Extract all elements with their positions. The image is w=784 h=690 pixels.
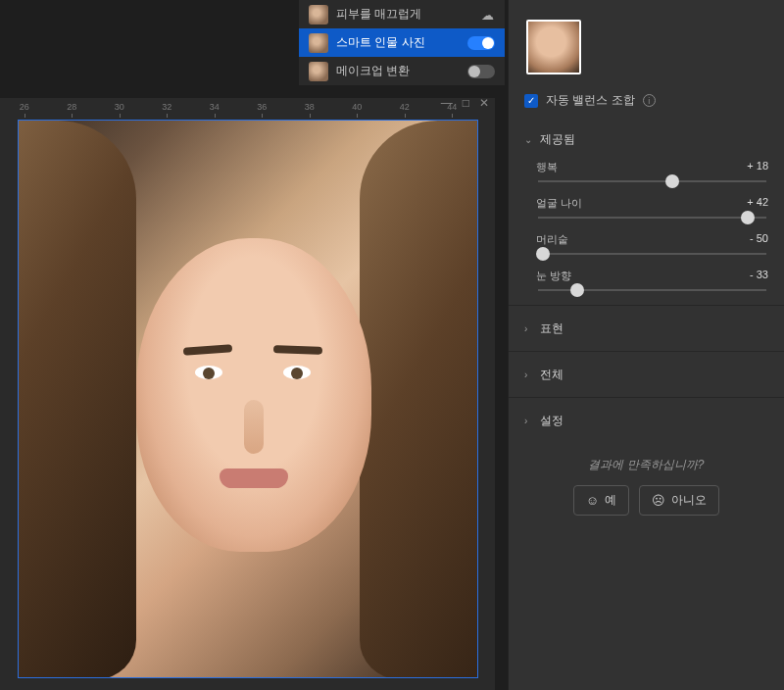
slider-value: - 50 bbox=[750, 232, 768, 247]
frown-icon: ☹ bbox=[652, 493, 665, 508]
divider bbox=[509, 305, 784, 306]
slider-thumb[interactable] bbox=[570, 283, 584, 297]
section-provided[interactable]: ⌄ 제공됨 bbox=[524, 124, 768, 154]
ruler-tick: 44 bbox=[447, 102, 457, 112]
section-expression[interactable]: › 표현 bbox=[524, 314, 768, 343]
section-label: 전체 bbox=[540, 367, 564, 383]
slider-thumb[interactable] bbox=[665, 174, 679, 188]
filter-thumb-icon bbox=[309, 5, 328, 25]
slider-track[interactable] bbox=[538, 217, 766, 219]
slider-label: 얼굴 나이 bbox=[536, 196, 582, 211]
divider bbox=[509, 351, 784, 352]
filter-row-skin[interactable]: 피부를 매끄럽게 bbox=[299, 0, 505, 28]
slider-thumb[interactable] bbox=[536, 247, 550, 261]
chevron-right-icon: › bbox=[524, 370, 534, 380]
filter-label: 피부를 매끄럽게 bbox=[336, 6, 473, 23]
section-global[interactable]: › 전체 bbox=[524, 360, 768, 389]
portrait-illustration bbox=[360, 121, 478, 678]
ruler-tick: 30 bbox=[115, 102, 124, 112]
section-settings[interactable]: › 설정 bbox=[524, 406, 768, 435]
image-canvas[interactable] bbox=[18, 120, 478, 678]
portrait-face bbox=[136, 238, 371, 552]
auto-balance-label: 자동 밸런스 조합 bbox=[546, 92, 635, 109]
feedback-no-button[interactable]: ☹ 아니오 bbox=[639, 485, 719, 516]
ruler-tick: 26 bbox=[20, 102, 29, 112]
slider-thumb[interactable] bbox=[741, 211, 755, 224]
filter-thumb-icon bbox=[309, 33, 328, 53]
smile-icon: ☺ bbox=[586, 493, 599, 508]
filter-toggle[interactable] bbox=[467, 65, 495, 78]
filter-thumb-icon bbox=[309, 62, 328, 81]
filter-toggle[interactable] bbox=[467, 36, 495, 50]
info-icon[interactable]: i bbox=[643, 94, 656, 107]
feedback-block: 결과에 만족하십니까? ☺ 예 ☹ 아니오 bbox=[524, 457, 768, 516]
section-label: 설정 bbox=[540, 413, 564, 429]
ruler-tick: 36 bbox=[257, 102, 267, 112]
slider-hair: 머리숱 - 50 bbox=[536, 232, 768, 255]
section-label: 표현 bbox=[540, 320, 564, 337]
feedback-yes-label: 예 bbox=[605, 492, 616, 509]
filter-label: 스마트 인물 사진 bbox=[336, 34, 460, 51]
ruler-tick: 28 bbox=[67, 102, 76, 112]
slider-label: 머리숱 bbox=[536, 232, 568, 247]
slider-age: 얼굴 나이 + 42 bbox=[536, 196, 768, 219]
slider-track[interactable] bbox=[538, 180, 766, 182]
filter-row-smart-portrait[interactable]: 스마트 인물 사진 bbox=[299, 28, 505, 57]
slider-track[interactable] bbox=[538, 253, 766, 255]
feedback-yes-button[interactable]: ☺ 예 bbox=[573, 485, 629, 516]
checkbox-checked-icon[interactable]: ✓ bbox=[524, 94, 538, 108]
ruler-tick: 38 bbox=[305, 102, 315, 112]
chevron-right-icon: › bbox=[524, 323, 534, 334]
slider-track[interactable] bbox=[538, 289, 766, 291]
ruler-tick: 42 bbox=[400, 102, 410, 112]
slider-eye-direction: 눈 방향 - 33 bbox=[536, 269, 768, 291]
feedback-question: 결과에 만족하십니까? bbox=[524, 457, 768, 473]
ruler-tick: 34 bbox=[210, 102, 220, 112]
feedback-no-label: 아니오 bbox=[671, 492, 707, 509]
filter-row-makeup[interactable]: 메이크업 변환 bbox=[299, 57, 505, 85]
horizontal-ruler: 26 28 30 32 34 36 38 40 42 44 bbox=[10, 102, 485, 114]
chevron-right-icon: › bbox=[524, 416, 534, 426]
portrait-illustration bbox=[18, 121, 136, 678]
divider bbox=[509, 397, 784, 398]
filter-label: 메이크업 변환 bbox=[336, 63, 460, 79]
slider-value: + 18 bbox=[747, 160, 768, 174]
slider-label: 행복 bbox=[536, 160, 558, 174]
slider-label: 눈 방향 bbox=[536, 269, 571, 283]
face-selection-thumb[interactable] bbox=[526, 20, 581, 74]
auto-balance-row[interactable]: ✓ 자동 밸런스 조합 i bbox=[524, 92, 768, 109]
settings-panel: ✓ 자동 밸런스 조합 i ⌄ 제공됨 행복 + 18 얼굴 나이 + 42 머… bbox=[508, 0, 784, 690]
slider-happiness: 행복 + 18 bbox=[536, 160, 768, 182]
slider-value: - 33 bbox=[750, 269, 768, 283]
chevron-down-icon: ⌄ bbox=[524, 134, 534, 145]
ruler-tick: 40 bbox=[352, 102, 362, 112]
cloud-download-icon[interactable] bbox=[481, 8, 495, 22]
section-label: 제공됨 bbox=[540, 131, 575, 148]
canvas-window: — □ ✕ 26 28 30 32 34 36 38 40 42 44 bbox=[0, 98, 495, 690]
slider-value: + 42 bbox=[747, 196, 768, 211]
filter-list: 피부를 매끄럽게 스마트 인물 사진 메이크업 변환 bbox=[299, 0, 505, 85]
ruler-tick: 32 bbox=[162, 102, 172, 112]
